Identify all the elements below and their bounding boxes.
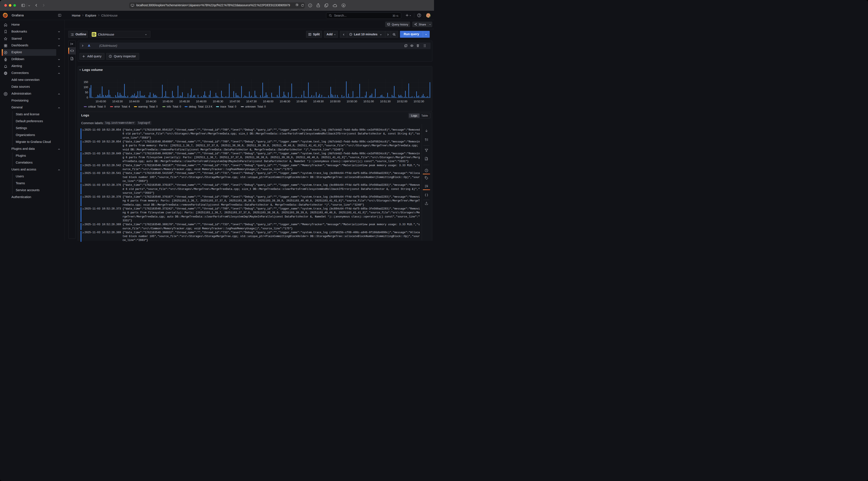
svg-text:LOG: LOG xyxy=(425,159,428,160)
